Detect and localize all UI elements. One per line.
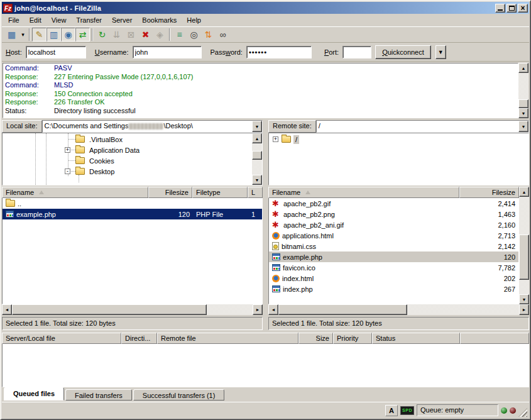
search-files-button[interactable]: ∞: [216, 28, 230, 41]
remote-file-list-pane: Filename Filesize apache_pb2.gif 2,414: [268, 187, 529, 330]
tab-queued-files[interactable]: Queued files: [4, 387, 64, 401]
local-path-combobox[interactable]: C:\Documents and Settings\Desktop\ ▼: [42, 120, 263, 133]
scroll-right-icon[interactable]: ►: [253, 304, 263, 315]
log-scrollbar[interactable]: ▲ ▼: [518, 63, 528, 118]
scrollbar-thumb[interactable]: [278, 304, 407, 315]
speed-limit-icon[interactable]: SPD: [400, 406, 414, 415]
column-header[interactable]: Size: [298, 333, 333, 344]
tree-item[interactable]: + Application Data: [3, 145, 252, 155]
table-row[interactable]: apache_pb2_ani.gif 2,160: [269, 219, 518, 230]
menu-help[interactable]: Help: [182, 15, 206, 25]
tree-item[interactable]: Cookies: [3, 155, 252, 166]
scroll-down-icon[interactable]: ▼: [519, 294, 529, 304]
password-input[interactable]: [246, 46, 312, 58]
toggle-transfer-queue-button[interactable]: ⇄: [75, 28, 90, 41]
menu-transfer[interactable]: Transfer: [71, 15, 107, 25]
port-input[interactable]: [342, 46, 371, 58]
column-header[interactable]: [460, 333, 529, 344]
remote-list-vscrollbar[interactable]: ▲ ▼: [519, 187, 529, 304]
maximize-button[interactable]: [506, 4, 517, 13]
scroll-down-icon[interactable]: ▼: [518, 108, 528, 118]
scroll-up-icon[interactable]: ▲: [252, 133, 262, 143]
scroll-up-icon[interactable]: ▲: [519, 187, 529, 197]
table-row[interactable]: apache_pb2.gif 2,414: [269, 198, 518, 209]
transfer-type-indicator-icon[interactable]: A: [385, 405, 398, 416]
tree-expander-icon[interactable]: +: [65, 147, 70, 153]
scrollbar-thumb[interactable]: [12, 304, 207, 315]
table-row[interactable]: bitnami.css 2,142: [269, 241, 518, 251]
table-row[interactable]: example.php 120 PHP File 1: [3, 209, 262, 219]
tree-expander-icon[interactable]: -: [65, 169, 70, 174]
column-header[interactable]: Priority: [333, 333, 372, 344]
table-row[interactable]: index.php 267: [269, 284, 518, 294]
menu-bookmarks[interactable]: Bookmarks: [137, 15, 182, 25]
remote-path-combobox[interactable]: / ▼: [316, 120, 529, 133]
column-header[interactable]: Status: [372, 333, 460, 344]
chevron-down-icon[interactable]: ▼: [252, 121, 262, 132]
tree-item[interactable]: - Desktop: [3, 166, 252, 177]
local-tree-scrollbar[interactable]: ▲ ▼: [252, 133, 262, 185]
tab-successful-transfers[interactable]: Successful transfers (1): [133, 389, 225, 401]
directory-comparison-button[interactable]: ◎: [187, 28, 201, 41]
local-list-hscrollbar[interactable]: ◄ ►: [2, 304, 263, 315]
username-label: Username:: [95, 48, 129, 56]
pane-splitter[interactable]: [263, 120, 268, 185]
cancel-operation-button[interactable]: ⊠: [124, 28, 138, 41]
resize-grip[interactable]: [518, 408, 527, 417]
scrollbar-thumb[interactable]: [518, 99, 528, 108]
table-row[interactable]: example.php 120: [269, 251, 518, 262]
site-manager-button[interactable]: ▦: [4, 28, 19, 41]
column-header[interactable]: Filetype: [192, 187, 248, 198]
table-row[interactable]: ..: [3, 198, 262, 209]
scroll-left-icon[interactable]: ◄: [2, 304, 12, 315]
scroll-down-icon[interactable]: ▼: [252, 175, 262, 185]
quickconnect-bar: Host: Username: Password: Port: Quickcon…: [2, 43, 529, 62]
host-input[interactable]: [26, 46, 86, 58]
username-input[interactable]: [133, 46, 202, 58]
sort-ascending-icon: [39, 191, 44, 194]
tab-failed-transfers[interactable]: Failed transfers: [65, 389, 132, 401]
process-queue-button[interactable]: ⇊: [109, 28, 124, 41]
quickconnect-dropdown[interactable]: ▼: [435, 45, 446, 59]
menu-server[interactable]: Server: [107, 15, 137, 25]
toggle-message-log-button[interactable]: ✎: [32, 28, 47, 41]
table-row[interactable]: applications.html 2,713: [269, 230, 518, 241]
scrollbar-thumb[interactable]: [252, 151, 262, 160]
column-header[interactable]: Filesize: [148, 187, 192, 198]
column-header[interactable]: Filename: [268, 187, 459, 198]
menu-view[interactable]: View: [47, 15, 72, 25]
column-header[interactable]: Server/Local file: [2, 333, 121, 344]
tree-item[interactable]: .VirtualBox: [3, 134, 252, 145]
column-header[interactable]: L: [248, 187, 263, 198]
table-row[interactable]: index.html 202: [269, 273, 518, 284]
reconnect-button[interactable]: ◈: [153, 28, 167, 41]
file-icon: [272, 232, 280, 240]
toggle-local-tree-button[interactable]: ▥: [47, 28, 61, 41]
column-header[interactable]: Filesize: [459, 187, 519, 198]
pane-splitter[interactable]: [263, 187, 268, 330]
column-header[interactable]: Remote file: [157, 333, 298, 344]
close-button[interactable]: ×: [518, 4, 528, 13]
quickconnect-button[interactable]: Quickconnect: [375, 45, 431, 59]
table-row[interactable]: apache_pb2.png 1,463: [269, 209, 518, 219]
synchronized-browsing-button[interactable]: ⇅: [201, 28, 216, 41]
filter-button[interactable]: ≡: [172, 28, 187, 41]
refresh-button[interactable]: ↻: [95, 28, 109, 41]
column-header[interactable]: Filename: [2, 187, 148, 198]
menu-file[interactable]: File: [3, 15, 25, 25]
scroll-up-icon[interactable]: ▲: [518, 63, 528, 73]
remote-list-hscrollbar[interactable]: ◄ ►: [268, 304, 529, 315]
scrollbar-thumb[interactable]: [519, 235, 529, 280]
column-header[interactable]: Directi...: [121, 333, 157, 344]
disconnect-button[interactable]: ✖: [138, 28, 153, 41]
tree-item[interactable]: + /: [269, 134, 528, 145]
chevron-down-icon[interactable]: ▼: [518, 121, 528, 132]
scroll-right-icon[interactable]: ►: [519, 304, 529, 315]
site-manager-dropdown[interactable]: ▾: [19, 28, 27, 41]
toggle-remote-tree-button[interactable]: ◉: [61, 28, 75, 41]
table-row[interactable]: favicon.ico 7,782: [269, 262, 518, 273]
tree-expander-icon[interactable]: +: [273, 136, 278, 142]
minimize-button[interactable]: [495, 4, 505, 13]
menu-edit[interactable]: Edit: [25, 15, 47, 25]
scroll-left-icon[interactable]: ◄: [268, 304, 278, 315]
